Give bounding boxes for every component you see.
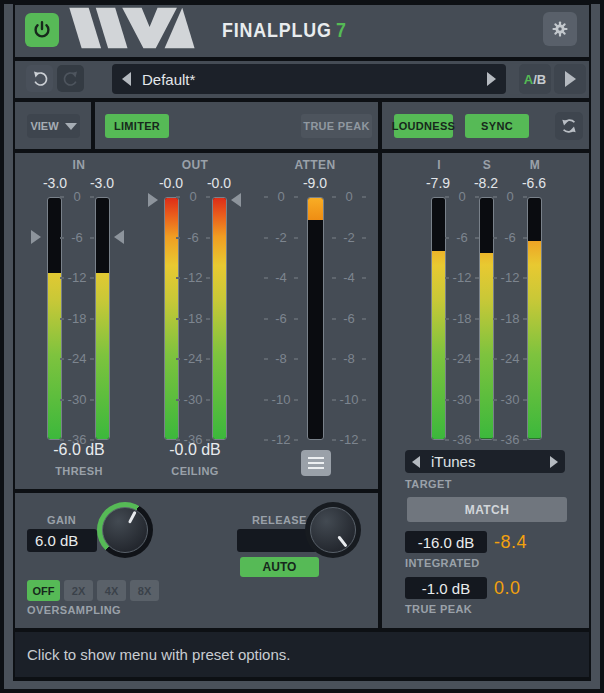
target-value: iTunes [431,453,475,470]
oversampling-8x-button[interactable]: 8X [130,580,159,601]
gain-label: GAIN [47,514,76,526]
play-icon [565,71,576,87]
auto-release-toggle[interactable]: AUTO [240,557,319,577]
scale-tick: 0 [266,190,296,204]
redo-button[interactable] [57,65,84,92]
loudness-panel: I S M -7.9 -8.2 -6.6 0-6-12-18-24-30-36 … [382,153,589,628]
oversampling-label: OVERSAMPLING [27,604,121,616]
in-left-peak-value: -3.0 [33,175,77,191]
title-bar: FINALPLUG7 [15,5,589,57]
scale-tick: -8 [334,352,364,366]
scale-tick: -6 [62,231,92,245]
scale-tick: -4 [266,271,296,285]
integrated-label: INTEGRATED [405,557,480,569]
view-section: VIEW [15,102,91,149]
atten-scale-right: 0-2-4-6-8-10-12 [334,190,364,447]
undo-button[interactable] [26,65,53,92]
refresh-icon [559,116,579,136]
loudness-section: LOUDNESS SYNC [382,102,589,149]
loudness-toggle[interactable]: LOUDNESS [394,114,453,138]
scale-tick: -12 [447,271,477,285]
out-right-peak-value: -0.0 [197,175,241,191]
short-term-meter-title: S [472,158,502,172]
threshold-marker-left[interactable] [31,230,41,244]
ab-compare-button[interactable]: A/B [519,64,551,94]
scale-tick: 0 [178,190,208,204]
oversampling-4x-button[interactable]: 4X [97,580,126,601]
out-left-peak-value: -0.0 [149,175,193,191]
scale-tick: -18 [62,312,92,326]
out-right-meter [212,197,227,440]
atten-menu-button[interactable] [301,450,331,476]
scale-tick: -6 [334,312,364,326]
scale-tick: -36 [495,433,525,447]
atten-scale-left: 0-2-4-6-8-10-12 [266,190,296,447]
preset-selector[interactable]: Default* [112,64,506,94]
preset-prev-icon[interactable] [122,72,131,86]
scale-tick: -24 [178,352,208,366]
limiter-section: LIMITER TRUE PEAK [95,102,378,149]
ceiling-readout[interactable]: -0.0 dB [150,441,240,459]
status-message: Click to show menu with preset options. [27,646,290,663]
true-peak-readout: 0.0 [494,578,564,599]
limiter-toggle[interactable]: LIMITER [105,114,169,138]
scale-tick: -30 [62,393,92,407]
sync-toggle[interactable]: SYNC [465,114,529,138]
integrated-target-field[interactable]: -16.0 dB [405,531,487,553]
hamburger-icon [308,457,324,459]
scale-tick: -6 [447,231,477,245]
ceiling-marker-left[interactable] [148,193,158,207]
true-peak-toggle[interactable]: TRUE PEAK [301,114,372,138]
oversampling-2x-button[interactable]: 2X [64,580,93,601]
scale-tick: 0 [62,190,92,204]
release-label: RELEASE [252,514,307,526]
threshold-readout[interactable]: -6.0 dB [34,441,124,459]
scale-tick: -2 [266,231,296,245]
scale-tick: -10 [266,393,296,407]
target-prev-icon[interactable] [412,456,420,468]
plugin-window: FINALPLUG7 Default* [0,0,604,693]
scale-tick: -12 [62,271,92,285]
gain-value-field[interactable]: 6.0 dB [27,529,97,552]
preset-next-icon[interactable] [487,72,496,86]
view-dropdown[interactable]: VIEW [27,114,80,138]
plugin-title: FINALPLUG7 [222,18,347,42]
gain-release-panel: GAIN 6.0 dB RELEASE AUTO OFF 2X 4X 8X OV… [15,493,378,628]
scale-tick: -24 [447,352,477,366]
status-bar: Click to show menu with preset options. [15,632,589,677]
gain-knob[interactable] [97,502,153,558]
preset-name: Default* [142,71,195,88]
out-meter-scale: 0-6-12-18-24-30-36 [178,190,208,447]
atten-meter-title: ATTEN [285,158,345,172]
scale-tick: -4 [334,271,364,285]
scale-tick: -30 [447,393,477,407]
scale-tick: -12 [266,433,296,447]
scale-tick: -36 [447,433,477,447]
in-meter-scale: 0-6-12-18-24-30-36 [62,190,92,447]
oversampling-off-button[interactable]: OFF [27,580,60,601]
scale-tick: -12 [178,271,208,285]
target-label: TARGET [405,478,452,490]
release-knob[interactable] [305,502,361,558]
scale-tick: -8 [266,352,296,366]
scale-tick: -6 [495,231,525,245]
power-button[interactable] [25,13,59,47]
true-peak-target-field[interactable]: -1.0 dB [405,577,487,599]
target-next-icon[interactable] [550,456,558,468]
match-button[interactable]: MATCH [407,497,567,522]
out-meter-title: OUT [165,158,225,172]
preset-bar: Default* A/B [15,61,589,98]
target-selector[interactable]: iTunes [405,450,565,473]
gear-icon [550,19,570,39]
scale-tick: 0 [447,190,477,204]
scale-tick: -10 [334,393,364,407]
reset-loudness-button[interactable] [555,112,583,140]
threshold-marker-right[interactable] [114,230,124,244]
brand-logo [64,5,214,51]
preset-play-button[interactable] [554,64,586,94]
scale-tick: -18 [495,312,525,326]
scale-tick: -18 [178,312,208,326]
undo-icon [31,70,49,88]
ceiling-marker-right[interactable] [231,193,241,207]
settings-button[interactable] [543,12,577,46]
